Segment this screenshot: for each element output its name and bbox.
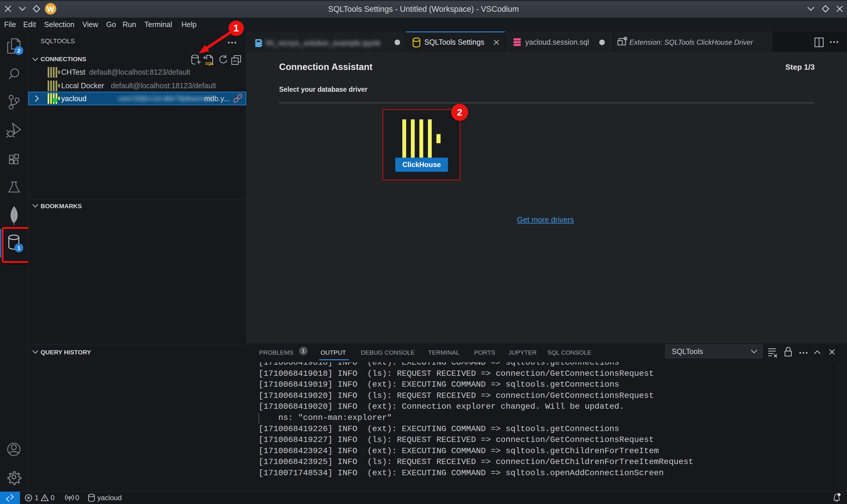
svg-text:CONNECTIONS: CONNECTIONS [41, 56, 86, 62]
svg-text:yacloud: yacloud [97, 494, 122, 502]
svg-text:default@localhost:18123/defaul: default@localhost:18123/default [111, 82, 216, 90]
svg-text:W: W [47, 5, 54, 14]
svg-text:SQLTools Settings: SQLTools Settings [425, 38, 484, 46]
svg-text:0: 0 [51, 494, 54, 502]
svg-text:1: 1 [234, 22, 239, 34]
svg-text:yacloud.session.sql: yacloud.session.sql [525, 38, 589, 46]
svg-text:BOOKMARKS: BOOKMARKS [41, 203, 82, 209]
svg-text:Local Docker: Local Docker [61, 82, 104, 90]
svg-text:1: 1 [35, 494, 38, 502]
svg-text:CHTest: CHTest [61, 68, 85, 76]
svg-text:0: 0 [75, 494, 79, 502]
svg-text:2: 2 [17, 48, 21, 54]
svg-text:yacloud: yacloud [61, 94, 87, 103]
svg-text:QUERY HISTORY: QUERY HISTORY [41, 349, 91, 356]
svg-text:Extension: SQLTools ClickHouse: Extension: SQLTools ClickHouse Driver [629, 38, 753, 46]
svg-text:default@localhost:8123/default: default@localhost:8123/default [89, 68, 190, 76]
